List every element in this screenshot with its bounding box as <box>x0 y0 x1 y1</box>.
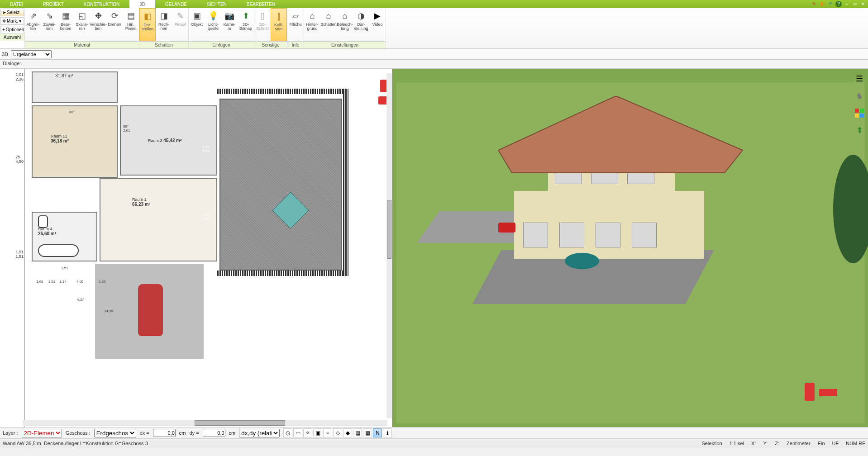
north-icon[interactable]: N <box>373 428 382 437</box>
tab-gelaende[interactable]: GELÄNDE <box>155 0 197 8</box>
pinsel-button[interactable]: ✎Pinsel <box>172 8 188 41</box>
video-button[interactable]: ▶Video <box>369 8 386 41</box>
window-minimize-icon[interactable]: – <box>844 1 850 7</box>
room-11[interactable]: Raum 1136,18 m² 88° <box>32 105 118 178</box>
tab-sichten[interactable]: SICHTEN <box>197 0 237 8</box>
verschieben-button[interactable]: ✥Verschie- ben <box>90 8 106 41</box>
coord-mode-dropdown[interactable]: dx,dy (relativ ka <box>239 429 280 437</box>
window-3d <box>523 223 548 247</box>
move-icon: ✥ <box>92 10 104 22</box>
lichtquelle-button[interactable]: 💡Licht- quelle <box>205 8 221 41</box>
window-3d <box>596 223 620 247</box>
snap6-icon[interactable]: ▤ <box>353 428 362 437</box>
status-num: NUM RF <box>846 441 865 446</box>
window-restore-icon[interactable]: ▭ <box>852 1 858 7</box>
snap4-icon[interactable]: ◇ <box>333 428 342 437</box>
svg-marker-1 <box>498 96 743 173</box>
room-2[interactable]: 31,87 m² <box>32 71 118 103</box>
clock-icon[interactable]: ◷ <box>283 428 292 437</box>
tree-icon[interactable]: ⬆ <box>854 125 865 136</box>
brush2-icon: ✎ <box>174 10 186 22</box>
hin-pinsel-button[interactable]: ▤Hin. Pinsel <box>123 8 139 41</box>
scroll-thumb[interactable] <box>387 200 391 259</box>
group-label-einstellungen: Einstellungen <box>304 41 386 48</box>
side-tool-panel: ☰ ♞ ⬆ <box>853 73 866 136</box>
snap3-icon[interactable]: ⌁ <box>323 428 332 437</box>
darstellung-button[interactable]: ◑Dar- stellung <box>353 8 369 41</box>
scrollbar-horizontal[interactable] <box>23 420 387 426</box>
svg-rect-5 <box>860 109 864 113</box>
snap5-icon[interactable]: ◆ <box>343 428 352 437</box>
group-label-info: Info <box>287 41 304 48</box>
dy-input[interactable] <box>203 429 225 437</box>
scroll-thumb[interactable] <box>195 420 285 426</box>
palette-icon[interactable] <box>854 108 865 119</box>
view-3d[interactable]: ☰ ♞ ⬆ <box>393 69 868 427</box>
status-text: Wand AW 36,5 m, Deckenauflager L=Konstru… <box>3 441 148 446</box>
unit-cm: cm <box>229 430 236 436</box>
kollision-button[interactable]: ‖Kolli- sion <box>271 8 287 41</box>
house-wall <box>514 191 704 259</box>
tab-projekt[interactable]: PROJEKT <box>33 0 74 8</box>
snap2-icon[interactable]: ▣ <box>313 428 322 437</box>
darstellen-button[interactable]: ◧Dar- stellen <box>139 8 156 41</box>
tab-3d[interactable]: 3D <box>129 0 155 8</box>
drehen-button[interactable]: ⟳Drehen <box>106 8 123 41</box>
undo-icon[interactable]: ↶ <box>827 1 834 7</box>
info-icon[interactable]: ℹ <box>383 428 392 437</box>
menu-bar: DATEI PROJEKT KONSTRUKTION 3D GELÄNDE SI… <box>0 0 868 8</box>
help-icon[interactable]: ? <box>835 1 842 7</box>
scrollbar-vertical[interactable] <box>386 73 392 418</box>
tab-bearbeiten[interactable]: BEARBEITEN <box>237 0 285 8</box>
options-button[interactable]: +Optionen <box>0 26 24 33</box>
unit-cm: cm <box>179 430 186 436</box>
hedge-top <box>217 89 348 94</box>
abgreifen-button[interactable]: ⇗Abgrei- fen <box>25 8 41 41</box>
layers-icon[interactable]: ☰ <box>854 73 865 84</box>
dx-input[interactable] <box>153 429 176 437</box>
objekt-button[interactable]: ▣Objekt <box>189 8 205 41</box>
dim-88b: 88°2,01 <box>123 124 130 133</box>
status-z: Z: <box>775 441 779 446</box>
layer-dropdown[interactable]: 2D-Elemen <box>22 429 62 437</box>
geschoss-dropdown[interactable]: Erdgeschos <box>94 429 136 437</box>
display-icon: ◑ <box>355 10 367 22</box>
status-ratio: 1:1 sel <box>730 441 744 446</box>
window-close-icon[interactable]: ✕ <box>860 1 866 7</box>
layer-select[interactable]: Urgelände <box>11 50 52 58</box>
kamera-button[interactable]: 📷Kame- ra <box>221 8 238 41</box>
room-3[interactable]: Raum 3 45,42 m² 88°2,01 <box>120 105 217 176</box>
bitmap-button[interactable]: ⬆3D- Bitmap <box>238 8 254 41</box>
flaeche-button[interactable]: ▱Fläche <box>287 8 304 41</box>
group-sonstige: ▯3D- Schnitt ‖Kolli- sion Sonstige <box>254 8 287 48</box>
tab-konstruktion[interactable]: KONSTRUKTION <box>74 0 129 8</box>
bearbeiten-button[interactable]: ▦Bear- beiten <box>57 8 74 41</box>
pen-icon[interactable]: ✎ <box>811 1 817 7</box>
view-2d[interactable]: 1,012,26 754,50 1,511,51 31,87 m² Raum 1… <box>0 69 393 427</box>
grid-icon[interactable]: ▦ <box>363 428 372 437</box>
chair-icon[interactable]: ♞ <box>854 90 865 101</box>
schnitt-button[interactable]: ▯3D- Schnitt <box>254 8 271 41</box>
square-icon[interactable]: ◧ <box>819 1 825 7</box>
bulb-icon: 💡 <box>207 10 219 22</box>
room-4[interactable]: Raum 426,60 m² <box>32 212 97 261</box>
ground-3d <box>396 82 864 423</box>
snap1-icon[interactable]: ✧ <box>303 428 312 437</box>
tab-datei[interactable]: DATEI <box>0 0 33 8</box>
rechnen-button[interactable]: ◨Rech- nen <box>156 8 172 41</box>
schatten-settings-button[interactable]: ⌂Schatten <box>320 8 337 41</box>
terrace[interactable]: 2,762,63° 2,762,63° <box>219 99 342 271</box>
room-1[interactable]: Raum 166,23 m² <box>100 178 217 261</box>
monitor-icon[interactable]: ▭ <box>293 428 302 437</box>
zuweisen-button[interactable]: ⇘Zuwei- sen <box>41 8 57 41</box>
titlebar-tool-icons: ✎ ◧ ↶ ? – ▭ ✕ <box>809 0 868 8</box>
beleuchtung-button[interactable]: ⌂Beleuch- tung <box>337 8 353 41</box>
tree-3d-icon <box>833 155 868 272</box>
select-button[interactable]: ➤Selekt <box>0 9 24 16</box>
hintergrund-button[interactable]: ⌂Hinter- grund <box>304 8 320 41</box>
roof-3d <box>498 96 752 182</box>
dim-276b: 2,762,63° <box>202 213 211 221</box>
mark-button[interactable]: ✥Mark.▾ <box>0 17 24 25</box>
skalieren-button[interactable]: ◱Skalie- ren <box>74 8 90 41</box>
layer-label: Layer : <box>3 430 18 436</box>
